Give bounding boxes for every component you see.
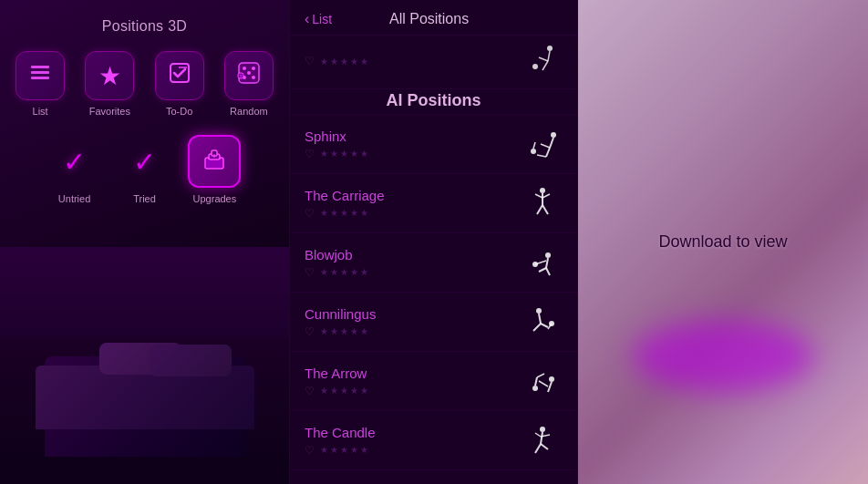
todo-icon-box[interactable]: [155, 51, 204, 100]
tried-label: Tried: [133, 193, 156, 204]
todo-label: To-Do: [166, 106, 192, 117]
tried-item[interactable]: ✓ Tried: [113, 135, 176, 204]
blowjob-stars: ★★★★★: [320, 267, 368, 277]
partial-position-info: ♡ ★ ★ ★ ★ ★: [305, 55, 522, 67]
svg-line-45: [533, 324, 541, 331]
cunnilingus-name: Cunnilingus: [305, 306, 522, 322]
svg-rect-1: [31, 71, 49, 74]
partial-top-item[interactable]: ♡ ★ ★ ★ ★ ★: [290, 36, 577, 89]
svg-point-37: [545, 252, 551, 258]
svg-point-19: [547, 46, 553, 51]
partial-heart-icon: ♡: [305, 55, 315, 67]
arrow-heart: ♡: [305, 385, 315, 397]
sphinx-info: Sphinx ♡ ★★★★★: [305, 129, 522, 160]
svg-text:?: ?: [239, 73, 242, 78]
svg-point-10: [247, 71, 251, 75]
candle-name: The Candle: [305, 425, 522, 440]
partial-stats: ♡ ★ ★ ★ ★ ★: [305, 55, 522, 67]
svg-point-43: [536, 308, 542, 314]
sphinx-thumbnail: [522, 124, 563, 164]
upgrades-icon: [201, 145, 228, 179]
untried-check-icon: ✓: [63, 146, 86, 178]
random-label: Random: [230, 106, 268, 117]
candle-stats: ♡ ★★★★★: [305, 444, 522, 457]
untried-label: Untried: [58, 193, 90, 204]
todo-icon: [167, 60, 192, 92]
favorites-label: Favorites: [89, 106, 130, 117]
panel1-title: Positions 3D: [102, 18, 187, 35]
blowjob-name: Blowjob: [305, 247, 522, 263]
todo-nav-item[interactable]: To-Do: [149, 51, 211, 117]
random-nav-item[interactable]: ? Random: [218, 51, 280, 117]
favorites-icon-box[interactable]: ★: [85, 51, 134, 100]
position-item-arrow[interactable]: The Arrow ♡ ★★★★★: [290, 352, 577, 411]
arrow-name: The Arrow: [305, 366, 522, 381]
position-item-cunnilingus[interactable]: Cunnilingus ♡ ★★★★★: [290, 293, 577, 352]
sphinx-stars: ★★★★★: [320, 149, 368, 159]
main-icon-grid: List ★ Favorites: [9, 51, 280, 117]
list-nav-item[interactable]: List: [9, 51, 71, 117]
svg-line-33: [535, 194, 542, 198]
dice-icon: ?: [236, 60, 262, 92]
star-2: ★: [330, 57, 338, 67]
partial-thumbnail: [522, 41, 563, 81]
untried-item[interactable]: ✓ Untried: [43, 135, 106, 204]
svg-point-23: [532, 64, 538, 69]
upgrades-box[interactable]: [188, 135, 241, 188]
ai-positions-label: AI Positions: [386, 91, 480, 109]
svg-point-24: [551, 132, 556, 138]
favorites-nav-item[interactable]: ★ Favorites: [78, 51, 140, 117]
svg-line-25: [550, 138, 553, 148]
svg-line-58: [541, 444, 548, 449]
svg-line-27: [546, 148, 550, 157]
cunnilingus-thumbnail: [522, 302, 563, 342]
tried-check-icon: ✓: [133, 146, 156, 178]
svg-line-26: [541, 144, 550, 148]
star-3: ★: [340, 57, 348, 67]
cunnilingus-info: Cunnilingus ♡ ★★★★★: [305, 306, 522, 338]
svg-line-38: [546, 258, 548, 268]
cunnilingus-stats: ♡ ★★★★★: [305, 325, 522, 338]
svg-rect-0: [31, 66, 49, 68]
panel-download: Download to view: [578, 0, 868, 484]
svg-point-6: [243, 67, 246, 70]
svg-line-34: [542, 194, 550, 198]
svg-line-22: [542, 61, 548, 70]
position-item-sphinx[interactable]: Sphinx ♡ ★★★★★: [290, 115, 577, 174]
carriage-heart: ♡: [305, 207, 315, 220]
svg-point-29: [531, 149, 536, 154]
svg-line-54: [537, 374, 544, 377]
cunnilingus-heart: ♡: [305, 325, 315, 338]
svg-line-21: [539, 57, 548, 61]
bed-background: [0, 247, 289, 484]
carriage-thumbnail: [522, 183, 563, 223]
carriage-name: The Carriage: [305, 188, 522, 203]
upgrades-item[interactable]: Upgrades: [183, 135, 246, 204]
position-item-carriage[interactable]: The Carriage ♡ ★★★★★: [290, 174, 577, 233]
svg-line-50: [548, 382, 552, 392]
svg-line-46: [541, 324, 548, 327]
candle-info: The Candle ♡ ★★★★★: [305, 425, 522, 457]
candle-stars: ★★★★★: [320, 445, 368, 455]
back-button[interactable]: ‹ List: [305, 11, 332, 27]
svg-point-9: [252, 76, 255, 79]
star-4: ★: [350, 57, 358, 67]
position-item-candle[interactable]: The Candle ♡ ★★★★★: [290, 411, 577, 470]
filter-icon-grid: ✓ Untried ✓ Tried: [43, 135, 246, 204]
blowjob-heart: ♡: [305, 266, 315, 279]
sphinx-stats: ♡ ★★★★★: [305, 148, 522, 160]
purple-glow-effect: [632, 320, 814, 393]
arrow-thumbnail: [522, 361, 563, 401]
random-icon-box[interactable]: ?: [224, 51, 274, 100]
star-icon: ★: [98, 61, 121, 91]
all-positions-title: All Positions: [332, 11, 563, 27]
cunnilingus-stars: ★★★★★: [320, 326, 368, 336]
position-item-blowjob[interactable]: Blowjob ♡ ★★★★★: [290, 233, 577, 293]
svg-line-56: [541, 432, 542, 444]
svg-line-36: [542, 205, 548, 214]
list-icon-box[interactable]: [16, 51, 65, 100]
svg-line-59: [535, 433, 541, 437]
positions-list[interactable]: Sphinx ♡ ★★★★★: [290, 115, 577, 484]
list-icon: [27, 60, 53, 91]
svg-point-55: [540, 427, 545, 432]
